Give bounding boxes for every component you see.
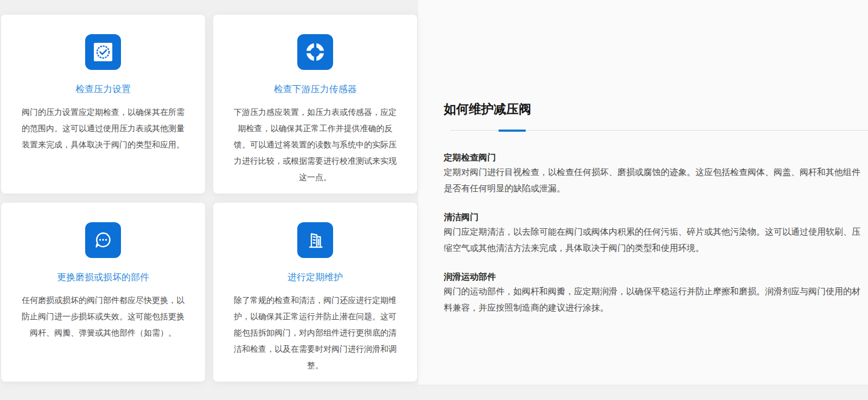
section-body: 阀门的运动部件，如阀杆和阀瓣，应定期润滑，以确保平稳运行并防止摩擦和磨损。润滑剂… [444, 283, 867, 316]
section-body: 阀门应定期清洁，以去除可能在阀门或阀体内积累的任何污垢、碎片或其他污染物。这可以… [444, 224, 867, 256]
section-heading: 清洁阀门 [444, 212, 868, 223]
section-inspect-valve: 定期检查阀门 定期对阀门进行目视检查，以检查任何损坏、磨损或腐蚀的迹象。这应包括… [444, 152, 868, 197]
article-sections: 定期检查阀门 定期对阀门进行目视检查，以检查任何损坏、磨损或腐蚀的迹象。这应包括… [444, 152, 868, 316]
card-title-link[interactable]: 检查压力设置 [1, 84, 205, 95]
card-body: 除了常规的检查和清洁，阀门还应进行定期维护，以确保其正常运行并防止潜在问题。这可… [232, 292, 398, 373]
lifebuoy-icon [297, 34, 333, 70]
card-check-downstream-sensor: 检查下游压力传感器 下游压力感应装置，如压力表或传感器，应定期检查，以确保其正常… [213, 15, 417, 193]
card-check-pressure-setting: 检查压力设置 阀门的压力设置应定期检查，以确保其在所需的范围内。这可以通过使用压… [1, 15, 205, 193]
card-title-link[interactable]: 检查下游压力传感器 [213, 84, 417, 95]
article: 如何维护减压阀 定期检查阀门 定期对阀门进行目视检查，以检查任何损坏、磨损或腐蚀… [444, 102, 868, 331]
footer-strip [418, 385, 868, 400]
chat-bubble-icon [85, 222, 121, 258]
section-clean-valve: 清洁阀门 阀门应定期清洁，以去除可能在阀门或阀体内积累的任何污垢、碎片或其他污染… [444, 212, 868, 256]
verified-badge-icon [85, 34, 121, 70]
card-body: 下游压力感应装置，如压力表或传感器，应定期检查，以确保其正常工作并提供准确的反馈… [232, 104, 398, 185]
page: 检查压力设置 阀门的压力设置应定期检查，以确保其在所需的范围内。这可以通过使用压… [0, 0, 868, 400]
section-lubricate-parts: 润滑运动部件 阀门的运动部件，如阀杆和阀瓣，应定期润滑，以确保平稳运行并防止摩擦… [444, 272, 868, 316]
card-periodic-maintenance: 进行定期维护 除了常规的检查和清洁，阀门还应进行定期维护，以确保其正常运行并防止… [213, 203, 417, 382]
section-heading: 润滑运动部件 [444, 272, 868, 282]
card-title-link[interactable]: 更换磨损或损坏的部件 [1, 272, 205, 283]
building-icon [297, 222, 333, 258]
card-title-link[interactable]: 进行定期维护 [213, 272, 417, 283]
title-divider [450, 130, 868, 131]
card-body: 阀门的压力设置应定期检查，以确保其在所需的范围内。这可以通过使用压力表或其他测量… [20, 104, 186, 153]
cards-region: 检查压力设置 阀门的压力设置应定期检查，以确保其在所需的范围内。这可以通过使用压… [0, 0, 418, 400]
section-body: 定期对阀门进行目视检查，以检查任何损坏、磨损或腐蚀的迹象。这应包括检查阀体、阀盖… [444, 164, 867, 197]
accent-bar [499, 130, 526, 132]
article-title: 如何维护减压阀 [444, 102, 868, 115]
card-body: 任何磨损或损坏的阀门部件都应尽快更换，以防止阀门进一步损坏或失效。这可能包括更换… [20, 292, 186, 341]
card-replace-worn-parts: 更换磨损或损坏的部件 任何磨损或损坏的阀门部件都应尽快更换，以防止阀门进一步损坏… [1, 203, 205, 382]
section-heading: 定期检查阀门 [444, 152, 868, 163]
